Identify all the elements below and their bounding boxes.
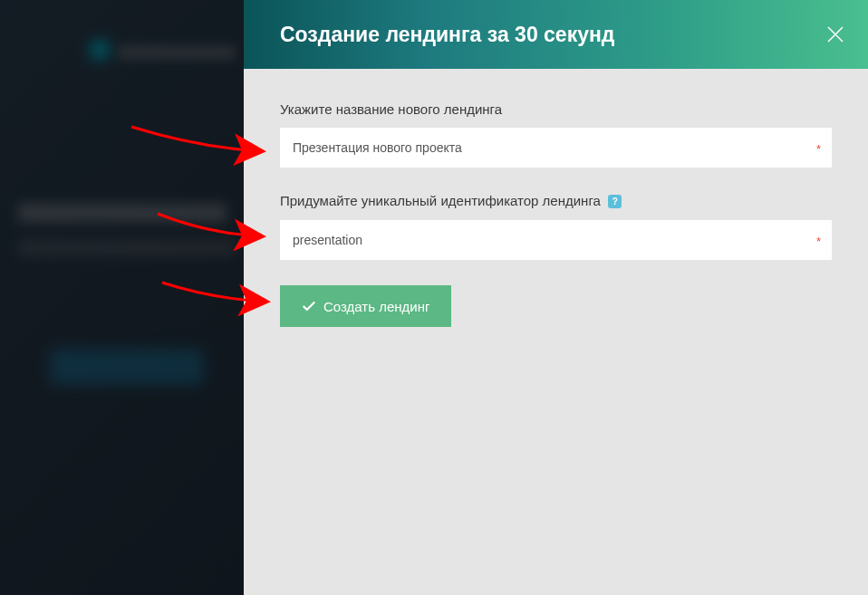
modal-title: Создание лендинга за 30 секунд [280, 23, 614, 47]
close-button[interactable] [821, 20, 850, 49]
identifier-label-row: Придумайте уникальный идентификатор ленд… [280, 193, 832, 209]
identifier-input[interactable] [280, 220, 832, 260]
identifier-field-group: Придумайте уникальный идентификатор ленд… [280, 193, 832, 260]
checkmark-icon [302, 300, 316, 312]
close-icon [825, 24, 846, 45]
name-label: Укажите название нового лендинга [280, 101, 832, 117]
modal-body: Укажите название нового лендинга * Приду… [244, 69, 868, 360]
required-indicator: * [816, 235, 821, 248]
identifier-label: Придумайте уникальный идентификатор ленд… [280, 193, 601, 208]
name-field-group: Укажите название нового лендинга * [280, 101, 832, 168]
identifier-input-wrapper: * [280, 220, 832, 260]
name-input-wrapper: * [280, 128, 832, 168]
backdrop-overlay [0, 0, 245, 595]
create-landing-button[interactable]: Создать лендинг [280, 285, 451, 327]
create-landing-modal: Создание лендинга за 30 секунд Укажите н… [244, 0, 868, 595]
required-indicator: * [816, 142, 821, 156]
modal-header: Создание лендинга за 30 секунд [244, 0, 868, 69]
name-input[interactable] [280, 128, 832, 168]
submit-button-label: Создать лендинг [323, 299, 429, 314]
help-icon[interactable]: ? [608, 195, 622, 208]
